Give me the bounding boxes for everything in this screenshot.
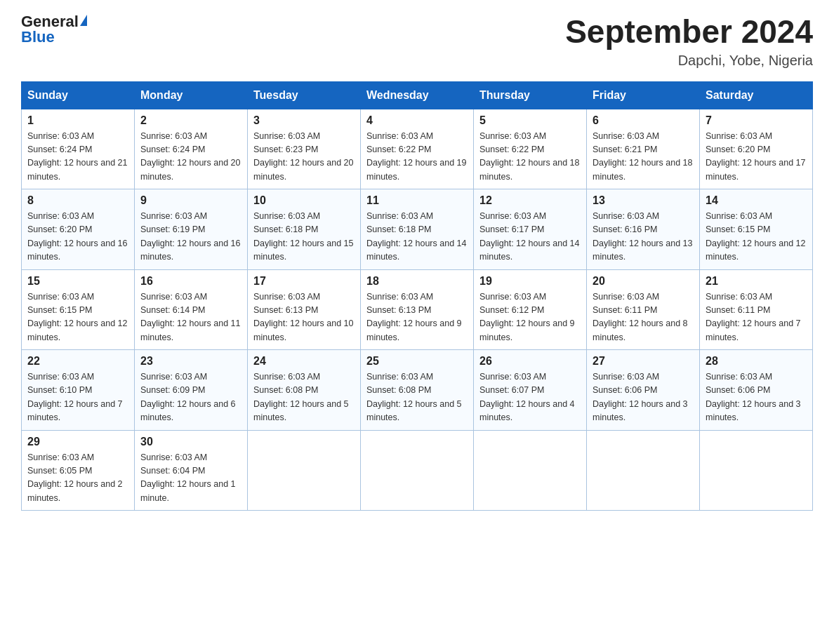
calendar-cell: 9Sunrise: 6:03 AMSunset: 6:19 PMDaylight… xyxy=(135,189,248,270)
day-number: 16 xyxy=(140,275,241,288)
calendar-header-tuesday: Tuesday xyxy=(248,81,361,109)
calendar-week-row: 29Sunrise: 6:03 AMSunset: 6:05 PMDayligh… xyxy=(22,430,813,511)
calendar-cell: 21Sunrise: 6:03 AMSunset: 6:11 PMDayligh… xyxy=(700,269,813,350)
logo-triangle-icon xyxy=(80,15,87,26)
day-info: Sunrise: 6:03 AMSunset: 6:09 PMDaylight:… xyxy=(140,370,241,425)
day-info: Sunrise: 6:03 AMSunset: 6:06 PMDaylight:… xyxy=(593,370,694,425)
calendar-cell xyxy=(361,430,474,511)
day-number: 7 xyxy=(706,114,807,127)
day-number: 30 xyxy=(140,436,241,448)
calendar-cell: 5Sunrise: 6:03 AMSunset: 6:22 PMDaylight… xyxy=(474,109,587,189)
title-block: September 2024 Dapchi, Yobe, Nigeria xyxy=(565,14,813,69)
day-number: 1 xyxy=(27,114,128,127)
day-info: Sunrise: 6:03 AMSunset: 6:11 PMDaylight:… xyxy=(593,290,694,345)
calendar-week-row: 22Sunrise: 6:03 AMSunset: 6:10 PMDayligh… xyxy=(22,350,813,431)
day-info: Sunrise: 6:03 AMSunset: 6:20 PMDaylight:… xyxy=(27,210,128,264)
day-number: 25 xyxy=(366,355,468,368)
calendar-header-saturday: Saturday xyxy=(700,81,813,109)
day-number: 21 xyxy=(706,275,807,288)
day-info: Sunrise: 6:03 AMSunset: 6:10 PMDaylight:… xyxy=(27,370,128,425)
calendar-cell: 30Sunrise: 6:03 AMSunset: 6:04 PMDayligh… xyxy=(135,430,248,511)
calendar-header-wednesday: Wednesday xyxy=(361,81,474,109)
day-info: Sunrise: 6:03 AMSunset: 6:13 PMDaylight:… xyxy=(253,290,355,345)
day-info: Sunrise: 6:03 AMSunset: 6:19 PMDaylight:… xyxy=(140,210,241,264)
day-info: Sunrise: 6:03 AMSunset: 6:04 PMDaylight:… xyxy=(140,451,241,506)
day-info: Sunrise: 6:03 AMSunset: 6:17 PMDaylight:… xyxy=(479,210,581,264)
calendar-header-thursday: Thursday xyxy=(474,81,587,109)
calendar-cell: 19Sunrise: 6:03 AMSunset: 6:12 PMDayligh… xyxy=(474,269,587,350)
calendar-cell: 1Sunrise: 6:03 AMSunset: 6:24 PMDaylight… xyxy=(22,109,135,189)
day-info: Sunrise: 6:03 AMSunset: 6:20 PMDaylight:… xyxy=(706,130,807,185)
calendar-cell: 11Sunrise: 6:03 AMSunset: 6:18 PMDayligh… xyxy=(361,189,474,270)
calendar-cell: 16Sunrise: 6:03 AMSunset: 6:14 PMDayligh… xyxy=(135,269,248,350)
day-info: Sunrise: 6:03 AMSunset: 6:08 PMDaylight:… xyxy=(253,370,355,425)
calendar-cell: 23Sunrise: 6:03 AMSunset: 6:09 PMDayligh… xyxy=(135,350,248,431)
calendar-cell: 15Sunrise: 6:03 AMSunset: 6:15 PMDayligh… xyxy=(22,269,135,350)
day-number: 12 xyxy=(479,194,581,207)
calendar-cell: 7Sunrise: 6:03 AMSunset: 6:20 PMDaylight… xyxy=(700,109,813,189)
calendar-cell xyxy=(587,430,700,511)
calendar-cell: 2Sunrise: 6:03 AMSunset: 6:24 PMDaylight… xyxy=(135,109,248,189)
day-info: Sunrise: 6:03 AMSunset: 6:07 PMDaylight:… xyxy=(479,370,581,425)
day-number: 3 xyxy=(253,114,355,127)
calendar-header-sunday: Sunday xyxy=(22,81,135,109)
calendar-table: SundayMondayTuesdayWednesdayThursdayFrid… xyxy=(21,81,813,511)
calendar-cell xyxy=(474,430,587,511)
calendar-header-row: SundayMondayTuesdayWednesdayThursdayFrid… xyxy=(22,81,813,109)
day-number: 17 xyxy=(253,275,355,288)
day-number: 10 xyxy=(253,194,355,207)
day-number: 28 xyxy=(706,355,807,368)
day-info: Sunrise: 6:03 AMSunset: 6:16 PMDaylight:… xyxy=(593,210,694,264)
logo-blue-text: Blue xyxy=(21,29,55,45)
page-header: General Blue September 2024 Dapchi, Yobe… xyxy=(21,14,813,69)
day-info: Sunrise: 6:03 AMSunset: 6:21 PMDaylight:… xyxy=(593,130,694,185)
day-number: 14 xyxy=(706,194,807,207)
day-number: 2 xyxy=(140,114,241,127)
calendar-cell: 29Sunrise: 6:03 AMSunset: 6:05 PMDayligh… xyxy=(22,430,135,511)
calendar-header-friday: Friday xyxy=(587,81,700,109)
calendar-cell: 25Sunrise: 6:03 AMSunset: 6:08 PMDayligh… xyxy=(361,350,474,431)
calendar-cell: 18Sunrise: 6:03 AMSunset: 6:13 PMDayligh… xyxy=(361,269,474,350)
day-info: Sunrise: 6:03 AMSunset: 6:11 PMDaylight:… xyxy=(706,290,807,345)
day-info: Sunrise: 6:03 AMSunset: 6:18 PMDaylight:… xyxy=(366,210,468,264)
calendar-cell: 20Sunrise: 6:03 AMSunset: 6:11 PMDayligh… xyxy=(587,269,700,350)
calendar-cell: 3Sunrise: 6:03 AMSunset: 6:23 PMDaylight… xyxy=(248,109,361,189)
day-info: Sunrise: 6:03 AMSunset: 6:22 PMDaylight:… xyxy=(366,130,468,185)
calendar-cell: 10Sunrise: 6:03 AMSunset: 6:18 PMDayligh… xyxy=(248,189,361,270)
calendar-header-monday: Monday xyxy=(135,81,248,109)
day-info: Sunrise: 6:03 AMSunset: 6:05 PMDaylight:… xyxy=(27,451,128,506)
calendar-week-row: 15Sunrise: 6:03 AMSunset: 6:15 PMDayligh… xyxy=(22,269,813,350)
day-number: 4 xyxy=(366,114,468,127)
day-info: Sunrise: 6:03 AMSunset: 6:24 PMDaylight:… xyxy=(140,130,241,185)
calendar-week-row: 8Sunrise: 6:03 AMSunset: 6:20 PMDaylight… xyxy=(22,189,813,270)
calendar-cell: 17Sunrise: 6:03 AMSunset: 6:13 PMDayligh… xyxy=(248,269,361,350)
day-number: 9 xyxy=(140,194,241,207)
day-info: Sunrise: 6:03 AMSunset: 6:24 PMDaylight:… xyxy=(27,130,128,185)
logo: General Blue xyxy=(21,14,87,45)
day-number: 27 xyxy=(593,355,694,368)
day-info: Sunrise: 6:03 AMSunset: 6:15 PMDaylight:… xyxy=(706,210,807,264)
month-year-title: September 2024 xyxy=(565,14,813,50)
calendar-cell: 8Sunrise: 6:03 AMSunset: 6:20 PMDaylight… xyxy=(22,189,135,270)
day-info: Sunrise: 6:03 AMSunset: 6:06 PMDaylight:… xyxy=(706,370,807,425)
day-number: 20 xyxy=(593,275,694,288)
calendar-cell: 22Sunrise: 6:03 AMSunset: 6:10 PMDayligh… xyxy=(22,350,135,431)
day-number: 26 xyxy=(479,355,581,368)
calendar-cell: 26Sunrise: 6:03 AMSunset: 6:07 PMDayligh… xyxy=(474,350,587,431)
day-number: 22 xyxy=(27,355,128,368)
day-number: 23 xyxy=(140,355,241,368)
calendar-cell xyxy=(700,430,813,511)
day-number: 11 xyxy=(366,194,468,207)
day-number: 13 xyxy=(593,194,694,207)
day-number: 6 xyxy=(593,114,694,127)
calendar-cell: 14Sunrise: 6:03 AMSunset: 6:15 PMDayligh… xyxy=(700,189,813,270)
calendar-cell: 27Sunrise: 6:03 AMSunset: 6:06 PMDayligh… xyxy=(587,350,700,431)
logo-general-text: General xyxy=(21,14,79,29)
day-info: Sunrise: 6:03 AMSunset: 6:08 PMDaylight:… xyxy=(366,370,468,425)
day-number: 8 xyxy=(27,194,128,207)
day-number: 24 xyxy=(253,355,355,368)
day-number: 18 xyxy=(366,275,468,288)
calendar-cell xyxy=(248,430,361,511)
day-number: 29 xyxy=(27,436,128,448)
calendar-week-row: 1Sunrise: 6:03 AMSunset: 6:24 PMDaylight… xyxy=(22,109,813,189)
